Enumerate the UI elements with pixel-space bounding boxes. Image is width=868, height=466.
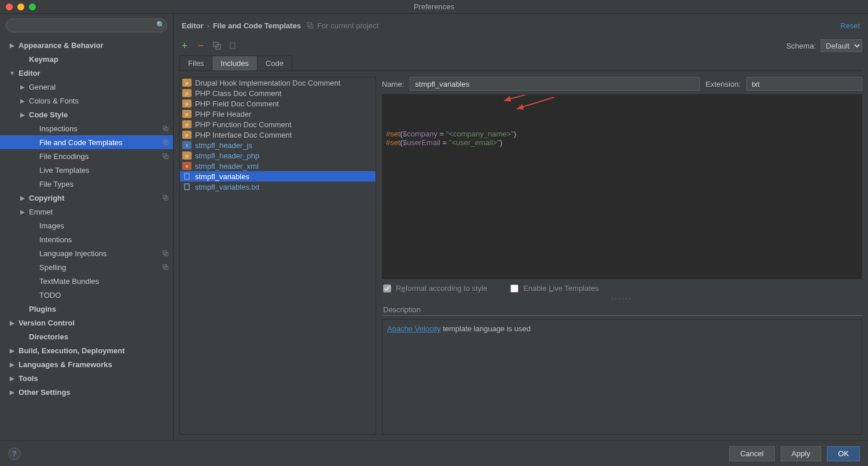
- breadcrumb-root: Editor: [182, 21, 204, 30]
- sidebar-item-version-control[interactable]: Version Control: [0, 316, 173, 330]
- settings-tree[interactable]: Appearance & BehaviorKeymapEditorGeneral…: [0, 37, 173, 441]
- sidebar-item-editor[interactable]: Editor: [0, 66, 173, 80]
- close-window-button[interactable]: [6, 3, 13, 10]
- sidebar-item-label: Tools: [19, 374, 38, 383]
- remove-template-button[interactable]: −: [196, 40, 206, 51]
- ok-button[interactable]: OK: [827, 446, 860, 461]
- sidebar-item-file-encodings[interactable]: File Encodings: [0, 149, 173, 163]
- svg-line-19: [504, 94, 542, 101]
- tab-files[interactable]: Files: [179, 56, 212, 71]
- schema-select[interactable]: Default: [821, 39, 862, 52]
- sidebar-item-appearance-behavior[interactable]: Appearance & Behavior: [0, 38, 173, 52]
- disclosure-icon: [9, 361, 15, 368]
- reformat-checkbox[interactable]: Reformat according to style: [383, 284, 487, 293]
- zoom-window-button[interactable]: [29, 3, 36, 10]
- disclosure-icon: [20, 112, 25, 118]
- scope-label: For current project: [307, 21, 378, 30]
- sidebar-item-todo[interactable]: TODO: [0, 288, 173, 302]
- sidebar-item-other-settings[interactable]: Other Settings: [0, 385, 173, 399]
- sidebar-item-directories[interactable]: Directories: [0, 330, 173, 343]
- sidebar-item-plugins[interactable]: Plugins: [0, 302, 173, 316]
- sidebar-item-textmate-bundles[interactable]: TextMate Bundles: [0, 274, 173, 288]
- revert-template-button[interactable]: [228, 40, 238, 51]
- cancel-button[interactable]: Cancel: [729, 446, 774, 461]
- reset-link[interactable]: Reset: [840, 21, 860, 30]
- copy-template-button[interactable]: [212, 40, 222, 51]
- disclosure-icon: [20, 84, 25, 90]
- xml-file-icon: x: [182, 162, 192, 170]
- help-button[interactable]: ?: [8, 447, 21, 460]
- apache-velocity-link[interactable]: Apache Velocity: [387, 324, 441, 333]
- list-item[interactable]: stmpfl_variables: [180, 171, 376, 182]
- sidebar-item-label: File and Code Templates: [39, 138, 123, 147]
- project-scope-icon: [159, 194, 168, 201]
- sidebar-item-emmet[interactable]: Emmet: [0, 205, 173, 219]
- sidebar-item-spelling[interactable]: Spelling: [0, 260, 173, 274]
- php-file-icon: p: [182, 110, 192, 118]
- sidebar-item-label: Version Control: [19, 319, 75, 327]
- sidebar-item-copyright[interactable]: Copyright: [0, 191, 173, 205]
- svg-line-21: [517, 97, 554, 109]
- list-item[interactable]: pPHP Function Doc Comment: [180, 119, 376, 130]
- file-file-icon: [182, 172, 192, 180]
- sidebar-item-label: Spelling: [39, 263, 66, 272]
- list-item[interactable]: pPHP Field Doc Comment: [180, 98, 376, 109]
- code-line: #set($company = "<company_name>"): [386, 130, 858, 138]
- sidebar-item-label: Inspections: [39, 124, 78, 133]
- svg-marker-22: [517, 104, 524, 110]
- sidebar-item-live-templates[interactable]: Live Templates: [0, 163, 173, 177]
- sidebar-item-label: Build, Execution, Deployment: [19, 346, 124, 355]
- template-extension-input[interactable]: [746, 77, 862, 91]
- php-file-icon: p: [182, 89, 192, 97]
- list-item[interactable]: xstmpfl_header_xml: [180, 161, 376, 171]
- project-scope-icon: [159, 250, 168, 257]
- sidebar-item-build-execution-deployment[interactable]: Build, Execution, Deployment: [0, 343, 173, 357]
- sidebar-item-label: TODO: [39, 291, 61, 299]
- sidebar-item-general[interactable]: General: [0, 80, 173, 94]
- list-item[interactable]: pstmpfl_header_php: [180, 150, 376, 161]
- breadcrumb: Editor › File and Code Templates For cur…: [174, 14, 868, 37]
- sidebar-item-language-injections[interactable]: Language Injections: [0, 246, 173, 260]
- project-scope-icon: [159, 264, 168, 271]
- minimize-window-button[interactable]: [17, 3, 24, 10]
- sidebar-item-label: Keymap: [29, 55, 58, 64]
- sidebar-item-label: Appearance & Behavior: [19, 41, 104, 50]
- tab-code[interactable]: Code: [257, 56, 292, 71]
- sidebar-item-label: File Encodings: [39, 152, 89, 161]
- sidebar-item-label: Intentions: [39, 235, 72, 244]
- search-input[interactable]: [6, 19, 167, 32]
- name-label: Name:: [382, 80, 404, 88]
- sidebar-item-colors-fonts[interactable]: Colors & Fonts: [0, 94, 173, 108]
- php-file-icon: p: [182, 131, 192, 139]
- code-line: #set($userEmail = "<user_email>"): [386, 138, 858, 147]
- apply-button[interactable]: Apply: [781, 446, 822, 461]
- list-item[interactable]: pPHP Interface Doc Comment: [180, 130, 376, 140]
- sidebar-item-label: Plugins: [29, 305, 56, 313]
- project-scope-icon: [159, 153, 168, 160]
- sidebar-item-tools[interactable]: Tools: [0, 371, 173, 385]
- includes-list[interactable]: pDrupal Hook Implementation Doc Commentp…: [179, 77, 376, 435]
- add-template-button[interactable]: +: [179, 40, 190, 51]
- resize-grip[interactable]: ••••••: [382, 297, 862, 302]
- template-name-input[interactable]: [410, 77, 700, 91]
- list-item[interactable]: pDrupal Hook Implementation Doc Comment: [180, 77, 376, 88]
- list-item[interactable]: pPHP Class Doc Comment: [180, 88, 376, 98]
- tab-includes[interactable]: Includes: [212, 56, 257, 71]
- txt-file-icon: t: [182, 141, 192, 149]
- sidebar-item-code-style[interactable]: Code Style: [0, 108, 173, 121]
- sidebar-item-languages-frameworks[interactable]: Languages & Frameworks: [0, 357, 173, 371]
- sidebar-item-file-types[interactable]: File Types: [0, 177, 173, 191]
- project-scope-icon: [159, 125, 168, 132]
- template-editor[interactable]: #set($company = "<company_name>")#set($u…: [382, 94, 862, 279]
- template-tabs: FilesIncludesCode: [179, 56, 862, 71]
- sidebar-item-inspections[interactable]: Inspections: [0, 121, 173, 135]
- list-item[interactable]: pPHP File Header: [180, 109, 376, 119]
- sidebar-item-keymap[interactable]: Keymap: [0, 52, 173, 66]
- sidebar-item-images[interactable]: Images: [0, 219, 173, 232]
- preferences-sidebar: 🔍 Appearance & BehaviorKeymapEditorGener…: [0, 14, 174, 441]
- live-templates-checkbox[interactable]: Enable Live Templates: [510, 284, 599, 293]
- sidebar-item-intentions[interactable]: Intentions: [0, 232, 173, 246]
- sidebar-item-file-and-code-templates[interactable]: File and Code Templates: [0, 135, 173, 149]
- list-item[interactable]: stmpfl_variables.txt: [180, 182, 376, 192]
- list-item[interactable]: tstmpfl_header_js: [180, 140, 376, 150]
